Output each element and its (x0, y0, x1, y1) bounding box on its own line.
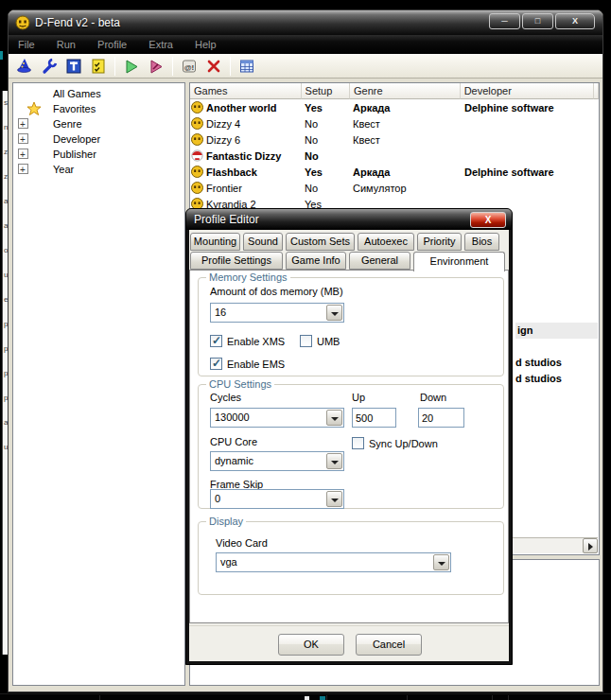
cycles-combobox[interactable]: 130000 (210, 408, 344, 428)
tab-custom-sets[interactable]: Custom Sets (286, 233, 355, 251)
tab-sound[interactable]: Sound (243, 233, 283, 251)
chevron-down-icon[interactable] (326, 410, 342, 426)
game-developer: Delphine software (463, 166, 599, 178)
sync-up-down-checkbox[interactable] (352, 437, 364, 449)
enable-xms-checkbox[interactable] (210, 335, 222, 347)
chevron-down-icon[interactable] (326, 491, 342, 507)
sidebar-item-year[interactable]: Year (13, 162, 184, 177)
menu-file[interactable]: File (9, 35, 44, 54)
list-header: Games Setup Genre Developer (190, 83, 599, 99)
sync-up-down-label: Sync Up/Down (369, 437, 438, 450)
tab-priority[interactable]: Priority (417, 233, 462, 251)
wizard-icon[interactable] (12, 56, 37, 77)
game-row[interactable]: Another world Yes Аркада Delphine softwa… (190, 99, 599, 115)
menubar: File Run Profile Extra Help (9, 35, 602, 54)
game-setup: No (303, 183, 352, 194)
sidebar-item-label: Year (53, 164, 74, 175)
tab-game-info[interactable]: Game Info (286, 252, 346, 270)
sidebar-item-label: Favorites (53, 103, 96, 114)
column-header-filler (594, 83, 599, 99)
tab-general[interactable]: General (349, 252, 410, 270)
cancel-button[interactable]: Cancel (356, 634, 422, 656)
taskbar-indicator-teal (320, 696, 325, 700)
game-setup: Yes (303, 102, 352, 114)
chevron-down-icon[interactable] (326, 453, 342, 469)
chevron-down-icon[interactable] (326, 305, 342, 321)
group-label: Display (206, 516, 246, 528)
column-header-setup[interactable]: Setup (302, 83, 350, 99)
sidebar-item-favorites[interactable]: Favorites (13, 101, 184, 116)
menu-help[interactable]: Help (185, 35, 226, 54)
run-setup-icon[interactable] (144, 56, 168, 77)
down-field[interactable] (418, 408, 464, 428)
sidebar-item-genre[interactable]: Genre (13, 116, 184, 131)
run-icon[interactable] (119, 56, 144, 77)
ok-button[interactable]: OK (278, 634, 344, 656)
sidebar-item-publisher[interactable]: Publisher (13, 147, 184, 162)
game-setup: Yes (303, 166, 352, 178)
sidebar-item-all-games[interactable]: All Games (13, 86, 184, 101)
taskbar-indicator (305, 696, 309, 700)
minimize-button[interactable]: ─ (489, 13, 520, 29)
memory-amount-combobox[interactable]: 16 (210, 303, 344, 323)
tab-environment[interactable]: Environment (413, 252, 505, 271)
close-button[interactable]: X (555, 13, 595, 29)
tab-autoexec[interactable]: Autoexec (358, 233, 414, 251)
game-developer: Delphine software (463, 102, 599, 114)
column-header-genre[interactable]: Genre (350, 83, 461, 99)
game-row[interactable]: Frontier No Симулятор (190, 180, 599, 196)
template-icon[interactable] (61, 56, 86, 77)
tab-bios[interactable]: Bios (464, 233, 499, 251)
menu-extra[interactable]: Extra (139, 35, 183, 54)
tab-row-bottom: Profile Settings Game Info General Envir… (190, 252, 505, 271)
sidebar-item-developer[interactable]: Developer (13, 131, 184, 147)
checklist-icon[interactable] (86, 56, 111, 77)
row-fragment: d studios (515, 357, 562, 368)
memory-settings-group: Memory Settings Amount of dos memory (MB… (198, 277, 504, 376)
column-header-games[interactable]: Games (190, 83, 302, 99)
sidebar-item-label: All Games (53, 88, 101, 99)
maximize-button[interactable]: □ (522, 13, 553, 29)
screenshot-glyph (184, 61, 194, 72)
group-label: CPU Settings (206, 378, 274, 391)
game-row[interactable]: Flashback Yes Аркада Delphine software (190, 164, 599, 180)
game-name: Flashback (206, 166, 257, 178)
expand-icon[interactable] (18, 149, 28, 159)
taskbar-separator (326, 695, 327, 700)
toolbar-separator (114, 57, 115, 76)
game-row[interactable]: Fantastic Dizzy No (190, 148, 599, 164)
titlebar[interactable]: D-Fend v2 - beta ─ □ X (9, 10, 602, 35)
video-card-combobox[interactable]: vga (216, 552, 451, 572)
enable-ems-label: Enable EMS (227, 358, 285, 371)
profile-editor-dialog: Profile Editor X Mounting Sound Custom S… (185, 208, 513, 665)
game-row[interactable]: Dizzy 6 No Квест (190, 131, 599, 148)
frame-skip-combobox[interactable]: 0 (210, 489, 344, 509)
expand-icon[interactable] (18, 118, 28, 129)
menu-run[interactable]: Run (47, 35, 85, 54)
up-field[interactable] (352, 408, 396, 428)
dialog-titlebar[interactable]: Profile Editor (186, 209, 512, 230)
delete-icon[interactable] (201, 56, 226, 77)
umb-checkbox[interactable] (300, 335, 312, 347)
game-row[interactable]: Dizzy 4 No Квест (190, 115, 599, 131)
cpu-core-combobox[interactable]: dynamic (210, 451, 344, 471)
enable-ems-checkbox[interactable] (210, 358, 222, 370)
tab-mounting[interactable]: Mounting (190, 233, 240, 251)
dosbox-game-icon (191, 166, 203, 178)
data-grid-icon[interactable] (235, 56, 259, 77)
display-group: Display Video Card vga (198, 521, 504, 595)
game-name: Dizzy 6 (206, 134, 240, 146)
column-header-developer[interactable]: Developer (461, 83, 594, 99)
screenshot-icon[interactable] (177, 56, 201, 77)
game-genre: Квест (352, 118, 463, 130)
expand-icon[interactable] (18, 164, 28, 174)
menu-profile[interactable]: Profile (88, 35, 136, 54)
selected-row-fragment[interactable]: ign (515, 323, 598, 339)
chevron-down-icon[interactable] (433, 554, 449, 570)
tab-profile-settings[interactable]: Profile Settings (190, 252, 283, 270)
expand-icon[interactable] (18, 133, 28, 144)
scroll-right-icon[interactable] (583, 538, 598, 553)
dialog-close-button[interactable]: X (470, 212, 506, 228)
taskbar-separator (508, 695, 509, 700)
wrench-icon[interactable] (37, 56, 61, 77)
